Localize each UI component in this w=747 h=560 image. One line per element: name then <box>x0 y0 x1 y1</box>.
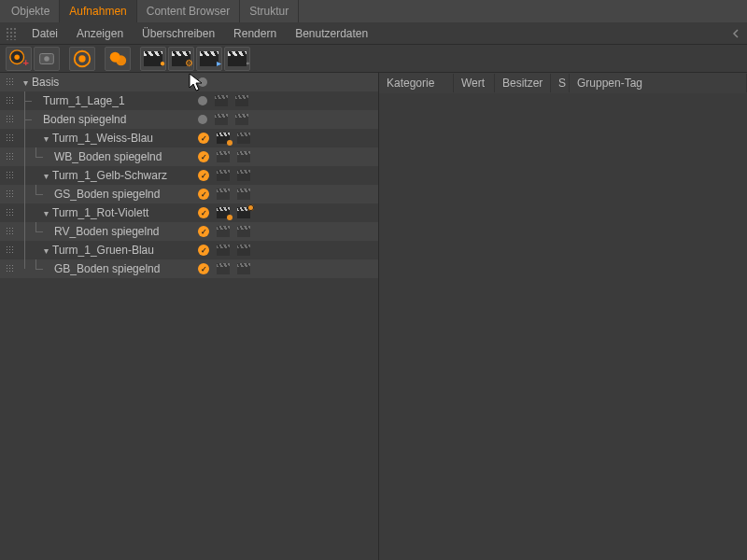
status-check-icon: ✓ <box>198 151 209 162</box>
clapper-icon[interactable] <box>215 114 228 125</box>
clapper-icon[interactable] <box>237 151 250 162</box>
row-handle-icon[interactable] <box>0 259 21 278</box>
clapper-icon[interactable] <box>217 263 230 274</box>
column-wert[interactable]: Wert <box>454 74 495 92</box>
tree-row-basis[interactable]: ▾ Basis <box>0 73 378 91</box>
menu-datei[interactable]: Datei <box>22 23 67 44</box>
status-dot-icon <box>198 96 207 105</box>
expander-icon[interactable]: ▾ <box>41 245 50 255</box>
attributes-panel: Kategorie Wert Besitzer S Gruppen-Tag <box>378 73 747 560</box>
tree-row[interactable]: GB_Boden spiegelnd ✓ <box>0 259 378 278</box>
tree-row[interactable]: Turm_1_Lage_1 <box>0 91 378 110</box>
clapper-icon[interactable] <box>237 133 250 144</box>
expander-icon[interactable]: ▾ <box>21 77 30 87</box>
tree-row[interactable]: WB_Boden spiegelnd ✓ <box>0 147 378 166</box>
clapper-camera-icon[interactable] <box>217 133 230 144</box>
column-gruppen-tag[interactable]: Gruppen-Tag <box>570 74 747 92</box>
chevron-left-icon[interactable] <box>725 22 747 45</box>
tree-row[interactable]: RV_Boden spiegelnd ✓ <box>0 222 378 241</box>
clapper-icon[interactable] <box>235 114 248 125</box>
svg-text:+: + <box>23 57 29 68</box>
take-add-button[interactable]: + <box>6 47 32 71</box>
clapper-icon[interactable] <box>217 245 230 256</box>
content-area: ▾ Basis Turm_1_Lage_1 Boden spiegelnd <box>0 73 747 560</box>
tree-row[interactable]: GS_Boden spiegelnd ✓ <box>0 185 378 203</box>
row-handle-icon[interactable] <box>0 222 21 241</box>
clapper-gear-icon[interactable] <box>237 207 250 218</box>
clapper-icon[interactable] <box>237 263 250 274</box>
clapper-2-button[interactable]: ⚙ <box>168 47 194 71</box>
status-check-icon: ✓ <box>198 189 209 200</box>
svg-point-4 <box>44 56 49 62</box>
column-s[interactable]: S <box>551 74 570 92</box>
menu-bar: Datei Anzeigen Überschreiben Rendern Ben… <box>0 22 747 45</box>
row-handle-icon[interactable] <box>0 241 21 259</box>
tab-objekte[interactable]: Objekte <box>2 0 60 22</box>
row-handle-icon[interactable] <box>0 166 21 185</box>
clapper-icon[interactable] <box>237 170 250 181</box>
expander-icon[interactable]: ▾ <box>41 171 50 180</box>
clapper-icon[interactable] <box>237 226 250 237</box>
clapper-icon[interactable] <box>217 226 230 237</box>
expander-icon[interactable]: ▾ <box>41 133 50 143</box>
take-option-button[interactable] <box>34 47 60 71</box>
tree-row[interactable]: ▾ Turm_1_Gruen-Blau ✓ <box>0 241 378 259</box>
tab-aufnahmen[interactable]: Aufnahmen <box>60 0 136 22</box>
tab-bar: Objekte Aufnahmen Content Browser Strukt… <box>0 0 747 22</box>
clapper-icon[interactable] <box>237 245 250 256</box>
menu-ueberschreiben[interactable]: Überschreiben <box>133 23 224 44</box>
expander-icon[interactable]: ▾ <box>41 208 50 217</box>
svg-point-1 <box>14 54 20 60</box>
drag-handle-icon[interactable] <box>6 27 17 40</box>
clapper-1-button[interactable]: ● <box>140 47 166 71</box>
tree-row[interactable]: Boden spiegelnd <box>0 110 378 129</box>
status-dot-icon <box>198 77 207 87</box>
menu-anzeigen[interactable]: Anzeigen <box>67 23 133 44</box>
clapper-icon[interactable] <box>215 95 228 106</box>
row-handle-icon[interactable] <box>0 129 21 147</box>
row-handle-icon[interactable] <box>0 73 21 91</box>
clapper-icon[interactable] <box>237 189 250 200</box>
clapper-icon[interactable] <box>217 170 230 181</box>
menu-benutzerdaten[interactable]: Benutzerdaten <box>286 23 377 44</box>
tab-struktur[interactable]: Struktur <box>240 0 299 22</box>
status-check-icon: ✓ <box>198 207 209 218</box>
row-handle-icon[interactable] <box>0 147 21 166</box>
clapper-icon[interactable] <box>235 95 248 106</box>
clapper-4-button[interactable]: ◦ <box>224 47 250 71</box>
row-handle-icon[interactable] <box>0 110 21 129</box>
status-check-icon: ✓ <box>198 245 209 256</box>
clapper-icon[interactable] <box>217 189 230 200</box>
tree-row[interactable]: ▾ Turm_1_Weiss-Blau ✓ <box>0 129 378 147</box>
row-handle-icon[interactable] <box>0 185 21 203</box>
clapper-camera-icon[interactable] <box>217 207 230 218</box>
row-handle-icon[interactable] <box>0 203 21 222</box>
status-check-icon: ✓ <box>198 226 209 237</box>
take-main-button[interactable] <box>69 47 95 71</box>
column-besitzer[interactable]: Besitzer <box>495 74 551 92</box>
clapper-icon[interactable] <box>217 151 230 162</box>
svg-point-6 <box>78 55 85 62</box>
status-check-icon: ✓ <box>198 170 209 181</box>
menu-rendern[interactable]: Rendern <box>224 23 286 44</box>
status-check-icon: ✓ <box>198 263 209 274</box>
column-kategorie[interactable]: Kategorie <box>379 74 454 92</box>
status-check-icon: ✓ <box>198 133 209 144</box>
svg-point-8 <box>116 55 126 65</box>
tree-row[interactable]: ▾ Turm_1_Gelb-Schwarz ✓ <box>0 166 378 185</box>
toolbar: + ● ⚙ ▸ ◦ <box>0 45 747 73</box>
row-handle-icon[interactable] <box>0 91 21 110</box>
takes-tree-panel: ▾ Basis Turm_1_Lage_1 Boden spiegelnd <box>0 73 378 560</box>
clapper-3-button[interactable]: ▸ <box>196 47 222 71</box>
tree-row[interactable]: ▾ Turm_1_Rot-Violett ✓ <box>0 203 378 222</box>
attributes-header: Kategorie Wert Besitzer S Gruppen-Tag <box>379 73 747 93</box>
take-auto-button[interactable] <box>105 47 131 71</box>
tab-content-browser[interactable]: Content Browser <box>137 0 240 22</box>
status-dot-icon <box>198 115 207 124</box>
